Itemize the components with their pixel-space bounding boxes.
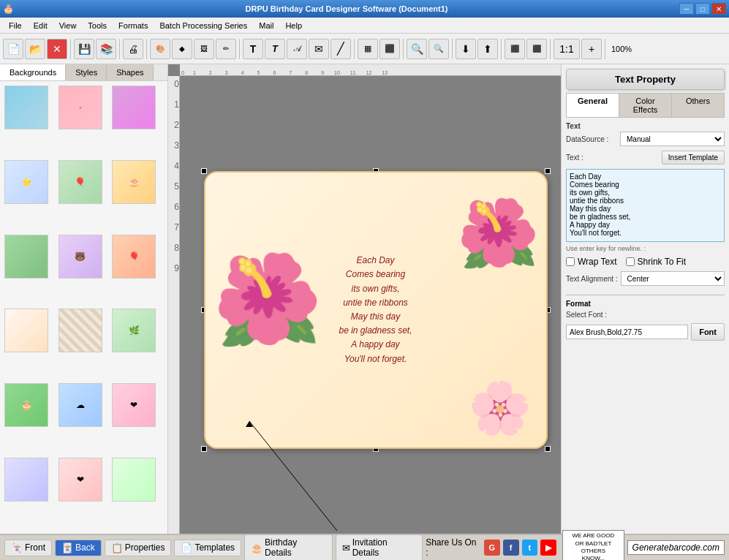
menu-view[interactable]: View (53, 20, 83, 31)
datasource-select[interactable]: Manual Database (620, 132, 725, 146)
bottom-bar: 🃏 Front 🃏 Back 📋 Properties 📄 Templates … (0, 534, 729, 560)
font-button[interactable]: Font (691, 323, 725, 341)
font-input[interactable] (566, 325, 688, 339)
flower-right-top: 🌺 (457, 200, 539, 266)
zoom-out-button[interactable]: 🔍 (428, 39, 449, 59)
background-thumb-1[interactable] (4, 86, 48, 129)
menu-file[interactable]: File (3, 20, 28, 31)
bold-text-button[interactable]: T (265, 39, 285, 59)
title-bar-controls[interactable]: ─ □ ✕ (679, 3, 726, 15)
close-button[interactable]: ✕ (711, 3, 726, 15)
tab-styles[interactable]: Styles (66, 64, 107, 80)
color-button[interactable]: 🎨 (150, 39, 170, 59)
zoom-plus-button[interactable]: + (581, 39, 602, 59)
close-doc-button[interactable]: ✕ (47, 39, 67, 59)
background-thumb-14[interactable]: ☁ (58, 383, 102, 427)
alignment-select[interactable]: Left Center Right Justify (621, 271, 725, 286)
background-thumb-5[interactable]: 🎈 (58, 160, 102, 204)
arc-text-button[interactable]: 𝒜 (287, 39, 307, 59)
handle-tr[interactable] (545, 168, 551, 174)
background-thumb-10[interactable] (4, 309, 48, 352)
card-line-2: Comes bearing (339, 268, 412, 281)
twitter-share-button[interactable]: t (522, 540, 538, 556)
text-button[interactable]: T (243, 39, 263, 59)
barcode-button[interactable]: ▦ (358, 39, 378, 59)
back-tab[interactable]: 🃏 Back (55, 540, 102, 556)
text-content-area[interactable]: Each Day Comes bearing its own gifts, un… (566, 169, 725, 242)
print-button[interactable]: 🖨 (123, 39, 143, 59)
card-text[interactable]: Each Day Comes bearing its own gifts, un… (339, 254, 412, 366)
line-button[interactable]: ╱ (330, 39, 351, 59)
export-button[interactable]: ⬆ (477, 39, 498, 59)
shapes-button[interactable]: ◆ (172, 39, 192, 59)
invitation-details-tab[interactable]: ✉ Invitation Details (336, 534, 423, 560)
open-button[interactable]: 📂 (25, 39, 45, 59)
background-thumb-11[interactable] (58, 309, 102, 352)
google-share-button[interactable]: G (484, 540, 500, 556)
menu-help[interactable]: Help (279, 20, 308, 31)
menu-tools[interactable]: Tools (82, 20, 113, 31)
background-thumb-16[interactable] (4, 458, 48, 502)
insert-template-button[interactable]: Insert Template (662, 151, 725, 164)
image-button[interactable]: 🖼 (194, 39, 214, 59)
templates-tab[interactable]: 📄 Templates (174, 540, 241, 556)
menu-edit[interactable]: Edit (28, 20, 53, 31)
background-thumb-17[interactable]: ❤ (58, 458, 102, 502)
save-all-button[interactable]: 📚 (96, 39, 116, 59)
background-thumb-3[interactable] (112, 86, 156, 129)
properties-tab[interactable]: 📋 Properties (105, 540, 172, 556)
wrap-text-checkbox[interactable] (566, 257, 575, 266)
background-thumb-6[interactable]: 🎂 (112, 160, 156, 204)
handle-tl[interactable] (201, 168, 207, 174)
toolbar-separator-5 (354, 39, 355, 59)
background-thumb-15[interactable]: ❤ (112, 383, 156, 427)
menu-batch-processing[interactable]: Batch Processing Series (154, 20, 253, 31)
ruler-top: 0 1 2 3 4 5 6 7 8 9 10 11 12 13 (180, 64, 561, 76)
background-thumb-13[interactable]: 🎂 (4, 383, 48, 427)
menu-mail[interactable]: Mail (253, 20, 279, 31)
title-bar: 🎂 DRPU Birthday Card Designer Software (… (0, 0, 729, 18)
tab-general[interactable]: General (567, 94, 619, 117)
background-thumb-7[interactable] (4, 235, 48, 279)
zoom-100-button[interactable]: 1:1 (554, 39, 580, 59)
shrink-to-fit-checkbox[interactable] (626, 257, 635, 266)
front-tab[interactable]: 🃏 Front (4, 540, 52, 556)
svg-marker-1 (246, 421, 253, 427)
background-thumb-2[interactable]: 🌸 (58, 86, 102, 129)
email-button[interactable]: ✉ (309, 39, 329, 59)
qr-button[interactable]: ⬛ (379, 39, 400, 59)
maximize-button[interactable]: □ (695, 3, 710, 15)
align-left-button[interactable]: ⬛ (505, 39, 525, 59)
barcode-banner[interactable]: WE ARE GOODOR BAD?LETOTHERS KNOW... (562, 530, 624, 560)
card-line-3: its own gifts, (339, 282, 412, 296)
title-bar-left: 🎂 (3, 4, 14, 14)
background-thumb-9[interactable]: 🎈 (112, 235, 156, 279)
handle-br[interactable] (545, 446, 551, 452)
flower-right-bottom: 🌸 (468, 382, 532, 434)
tab-backgrounds[interactable]: Backgrounds (0, 64, 66, 80)
tab-shapes[interactable]: Shapes (107, 64, 153, 80)
minimize-button[interactable]: ─ (679, 3, 694, 15)
handle-bl[interactable] (201, 446, 207, 452)
birthday-details-tab[interactable]: 🎂 Birthday Details (244, 534, 333, 560)
text-property-header: Text Property (566, 69, 725, 90)
draw-button[interactable]: ✏ (216, 39, 236, 59)
import-button[interactable]: ⬇ (456, 39, 476, 59)
background-thumb-12[interactable]: 🌿 (112, 309, 156, 352)
share-section: Share Us On : G f t ▶ (426, 537, 556, 558)
properties-icon: 📋 (111, 542, 123, 553)
tab-others[interactable]: Others (672, 94, 724, 117)
card-line-5: May this day (339, 310, 412, 324)
background-thumb-8[interactable]: 🐻 (58, 235, 102, 279)
zoom-level: 100% (608, 43, 635, 55)
save-button[interactable]: 💾 (74, 39, 94, 59)
tab-color-effects[interactable]: Color Effects (619, 94, 672, 117)
facebook-share-button[interactable]: f (503, 540, 519, 556)
background-thumb-4[interactable]: ⭐ (4, 160, 48, 204)
menu-formats[interactable]: Formats (113, 20, 154, 31)
new-button[interactable]: 📄 (3, 39, 23, 59)
align-right-button[interactable]: ⬛ (526, 39, 547, 59)
youtube-share-button[interactable]: ▶ (540, 540, 556, 556)
zoom-in-button[interactable]: 🔍 (407, 39, 427, 59)
background-thumb-18[interactable] (112, 458, 156, 502)
